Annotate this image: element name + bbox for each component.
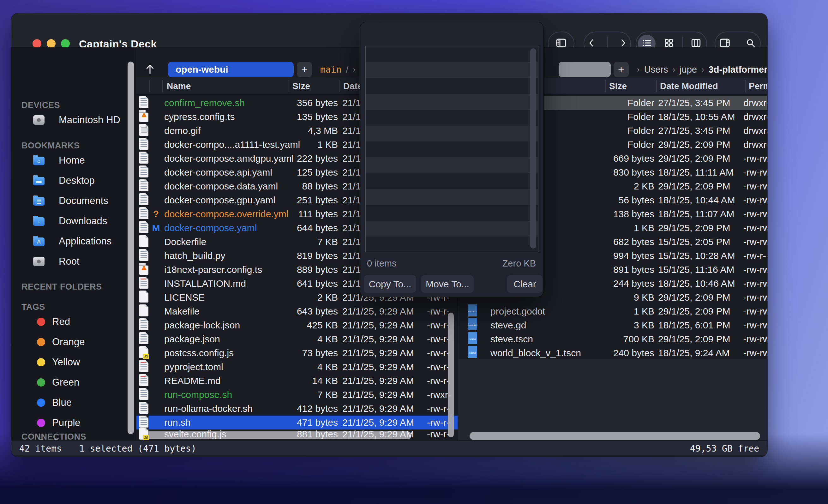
file-permissions: -rw-r- — [427, 360, 450, 374]
yellow-tag-icon — [37, 358, 45, 366]
dropstack-stripe — [366, 78, 538, 94]
folder-glyph: A — [33, 238, 45, 246]
folder-icon: ⌂ — [33, 157, 45, 165]
file-row[interactable]: svelte.config.js881 bytes21/1/25, 9:29 A… — [136, 428, 458, 440]
right-breadcrumb[interactable]: ›Users›jupe›3d-platformer-game — [637, 62, 768, 77]
breadcrumb-segment[interactable]: 3d-platformer-game — [709, 65, 768, 75]
sidebar-item-label: Applications — [59, 236, 112, 247]
file-date: 21/1/25, 9:29 AM — [342, 402, 414, 416]
file-size: 244 bytes — [550, 277, 654, 291]
file-size: 644 bytes — [228, 221, 338, 235]
sidebar-item-green[interactable]: Green — [11, 374, 136, 391]
right-horizontal-scrollbar[interactable] — [469, 432, 760, 440]
close-button[interactable] — [33, 39, 41, 48]
drive-icon — [33, 257, 45, 266]
sidebar-section-header: BOOKMARKS — [22, 141, 80, 151]
clear-button[interactable]: Clear — [507, 275, 542, 293]
sidebar-item-desktop[interactable]: ▬Desktop — [11, 172, 136, 190]
column-header-size[interactable]: Size — [292, 81, 310, 91]
file-row[interactable]: steve.gd3 KB18/1/25, 6:01 PM-rw-rw — [458, 318, 768, 332]
left-vertical-scrollbar[interactable] — [448, 312, 454, 437]
zoom-button[interactable] — [61, 39, 70, 48]
file-size: 138 bytes — [550, 207, 654, 221]
blue-tag-icon — [37, 398, 45, 407]
file-date: 27/1/25, 3:45 PM — [658, 124, 731, 138]
file-row[interactable]: README.md14 KB21/1/25, 9:29 AM-rw-r- — [136, 374, 458, 388]
dropstack-stripe — [366, 221, 538, 237]
dropstack-stripe — [366, 110, 538, 126]
sidebar-item-documents[interactable]: ▤Documents — [11, 192, 136, 210]
file-row[interactable]: project.godot1 KB29/1/25, 2:09 PM-rw-rw — [458, 304, 768, 318]
sidebar-item-red[interactable]: Red — [11, 313, 136, 331]
file-row[interactable]: steve.tscn700 KB29/1/25, 2:09 PM-rw-rw — [458, 332, 768, 346]
file-permissions: -rw-r- — [427, 402, 450, 416]
file-row[interactable]: package-lock.json425 KB21/1/25, 9:29 AM-… — [136, 318, 458, 332]
dropstack-scrollbar[interactable] — [530, 48, 536, 249]
minimize-button[interactable] — [47, 39, 55, 48]
file-permissions: -rw-r- — [427, 374, 450, 388]
file-name: Makefile — [164, 304, 200, 318]
file-date: 21/1/25, 9:29 AM — [342, 318, 414, 332]
purple-tag-icon — [37, 419, 45, 427]
sidebar-section-header: TAGS — [22, 302, 45, 312]
file-size: 1 KB — [550, 304, 654, 318]
sidebar-item-root[interactable]: Root — [11, 253, 136, 270]
status-selection: 1 selected (471 bytes) — [79, 444, 197, 454]
file-size: 4 KB — [228, 360, 338, 374]
file-row[interactable]: pyproject.toml4 KB21/1/25, 9:29 AM-rw-r- — [136, 360, 458, 374]
file-row[interactable]: run-compose.sh7 KB21/1/25, 9:29 AM-rwxr- — [136, 388, 458, 402]
file-row[interactable]: postcss.config.js73 bytes21/1/25, 9:29 A… — [136, 346, 458, 360]
file-row[interactable]: run-ollama-docker.sh412 bytes21/1/25, 9:… — [136, 402, 458, 416]
file-date: 21/1/25, 9:29 AM — [342, 416, 414, 429]
column-header-permissions[interactable]: Permissions — [749, 81, 768, 91]
sidebar-item-blue[interactable]: Blue — [11, 394, 136, 412]
right-new-tab-button[interactable]: + — [614, 62, 629, 77]
sidebar-item-label: Purple — [52, 417, 81, 428]
file-row[interactable]: Makefile643 bytes21/1/25, 9:29 AM-rw-r- — [136, 304, 458, 318]
sidebar-item-applications[interactable]: AApplications — [11, 233, 136, 250]
right-pane-empty-area — [458, 359, 768, 440]
file-row[interactable]: package.json4 KB21/1/25, 9:29 AM-rw-r- — [136, 332, 458, 346]
file-row[interactable]: world_block_v_1.tscn240 bytes18/1/25, 9:… — [458, 346, 768, 360]
file-date: 18/1/25, 10:55 AM — [658, 110, 735, 124]
file-permissions: -rw-r- — [427, 346, 450, 360]
folder-icon: ▤ — [33, 197, 45, 206]
file-name: demo.gif — [164, 124, 201, 138]
file-size: Folder — [550, 96, 654, 110]
file-date: 29/1/25, 2:09 PM — [658, 152, 731, 165]
copy-to-button[interactable]: Copy To... — [364, 275, 416, 293]
breadcrumb-branch[interactable]: main — [320, 65, 341, 75]
file-name: cypress.config.ts — [164, 110, 235, 124]
column-header-size[interactable]: Size — [609, 81, 627, 91]
sidebar-item-yellow[interactable]: Yellow — [11, 353, 136, 371]
file-size: 125 bytes — [228, 165, 338, 179]
file-size: 1 KB — [228, 138, 338, 152]
file-size: 891 bytes — [550, 263, 654, 277]
left-new-tab-button[interactable]: + — [297, 62, 312, 77]
file-permissions: -rw-r- — [427, 304, 450, 318]
doc-text-file-icon — [139, 96, 149, 108]
file-name: hatch_build.py — [164, 249, 225, 263]
file-name: LICENSE — [164, 291, 205, 304]
breadcrumb-segment[interactable]: jupe — [679, 65, 697, 75]
sidebar-item-macintosh-hd[interactable]: Macintosh HD — [11, 111, 136, 129]
sidebar-item-downloads[interactable]: ↓Downloads — [11, 212, 136, 230]
sidebar-item-home[interactable]: ⌂Home — [11, 152, 136, 169]
dropstack-list[interactable] — [365, 46, 538, 252]
sidebar-item-purple[interactable]: Purple — [11, 414, 136, 432]
up-arrow-icon[interactable] — [143, 62, 157, 76]
dropstack-item-count: 0 items — [367, 258, 396, 269]
file-row[interactable]: run.sh471 bytes21/1/25, 9:29 AM-rw-r- — [136, 416, 458, 429]
file-size: 111 bytes — [228, 207, 338, 221]
move-to-button[interactable]: Move To... — [421, 275, 474, 293]
column-header-date[interactable]: Date Modified — [660, 81, 718, 91]
file-size: 356 bytes — [228, 96, 338, 110]
breadcrumb-segment[interactable]: Users — [644, 65, 668, 75]
dropstack-window: Dropstack 0 items Zero KB Copy To... Mov… — [360, 22, 543, 297]
left-path-field[interactable]: open-webui — [168, 62, 294, 77]
right-path-field[interactable] — [558, 62, 611, 77]
file-size: 994 bytes — [550, 249, 654, 263]
column-header-name[interactable]: Name — [167, 81, 191, 91]
sidebar-item-orange[interactable]: Orange — [11, 333, 136, 351]
file-name: run-compose.sh — [164, 388, 232, 402]
